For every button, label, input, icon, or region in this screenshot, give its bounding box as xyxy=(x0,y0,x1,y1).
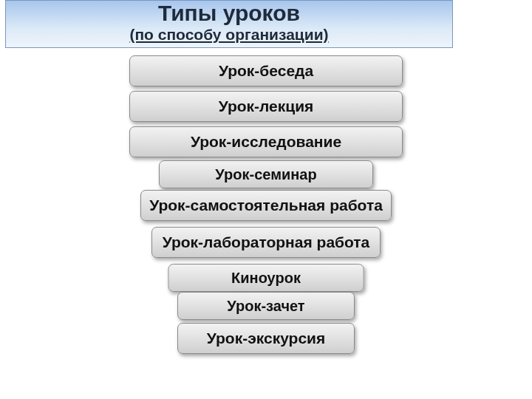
page-subtitle: (по способу организации) xyxy=(6,24,452,44)
page-title: Типы уроков xyxy=(6,1,452,24)
list-item: Урок-экскурсия xyxy=(177,323,355,354)
list-item: Урок-беседа xyxy=(129,55,403,86)
list-item: Урок-семинар xyxy=(159,160,373,188)
list-item: Урок-зачет xyxy=(177,292,355,320)
list-item: Урок-лекция xyxy=(129,91,403,122)
list-item: Урок-лабораторная работа xyxy=(151,227,381,258)
header-panel: Типы уроков (по способу организации) xyxy=(5,0,453,48)
list-item: Урок-самостоятельная работа xyxy=(140,190,392,221)
list-item: Урок-исследование xyxy=(129,126,403,157)
list-item: Киноурок xyxy=(168,264,364,292)
